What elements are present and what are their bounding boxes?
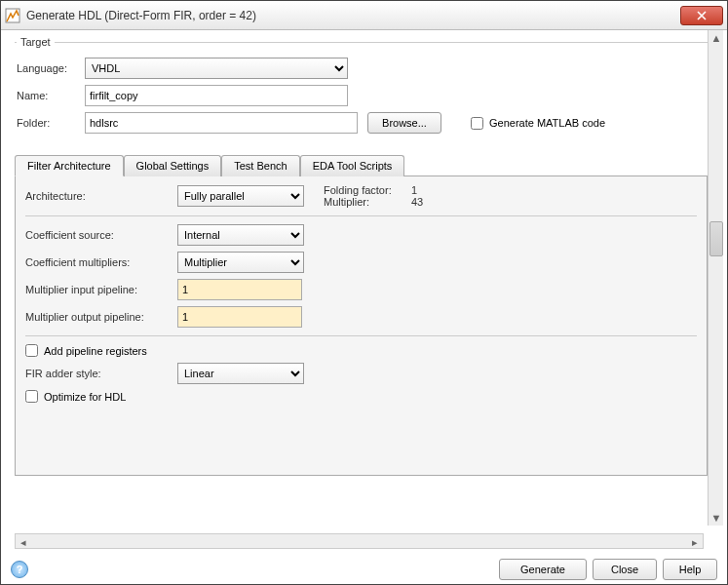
window-title: Generate HDL (Direct-Form FIR, order = 4… — [26, 9, 680, 22]
coeff-multipliers-select[interactable]: Multiplier — [177, 252, 304, 273]
generate-matlab-checkbox[interactable] — [471, 117, 483, 130]
coeff-multipliers-label: Coefficient multipliers: — [25, 256, 177, 268]
architecture-select[interactable]: Fully parallel — [177, 185, 304, 207]
close-button[interactable]: Close — [593, 559, 657, 580]
tab-global-settings[interactable]: Global Settings — [124, 155, 222, 176]
name-label: Name: — [17, 90, 85, 101]
browse-button[interactable]: Browse... — [367, 112, 441, 134]
generate-button[interactable]: Generate — [499, 559, 587, 580]
language-select[interactable]: VHDL — [85, 58, 348, 79]
add-pipeline-registers-label: Add pipeline registers — [44, 345, 147, 357]
mult-input-pipeline-label: Multiplier input pipeline: — [25, 284, 177, 295]
help-button[interactable]: Help — [663, 559, 717, 580]
scroll-down-arrow-icon[interactable]: ▼ — [709, 510, 724, 526]
target-legend: Target — [17, 36, 55, 48]
architecture-label: Architecture: — [25, 190, 177, 202]
mult-output-pipeline-input[interactable] — [177, 306, 302, 328]
add-pipeline-registers-checkbox[interactable] — [25, 344, 38, 357]
multiplier-count-label: Multiplier: — [324, 196, 411, 208]
tab-bar: Filter Architecture Global Settings Test… — [15, 155, 708, 176]
horizontal-scrollbar[interactable]: ◂ ▸ — [15, 533, 704, 549]
optimize-for-hdl-checkbox[interactable] — [25, 390, 38, 403]
scroll-thumb[interactable] — [709, 221, 723, 256]
scroll-track[interactable] — [709, 46, 723, 510]
separator — [25, 215, 697, 216]
fir-adder-style-select[interactable]: Linear — [177, 363, 304, 384]
help-icon[interactable]: ? — [11, 561, 28, 578]
language-label: Language: — [17, 62, 85, 74]
fir-adder-style-label: FIR adder style: — [25, 368, 177, 379]
tab-test-bench[interactable]: Test Bench — [221, 155, 299, 176]
scroll-right-arrow-icon[interactable]: ▸ — [687, 534, 703, 550]
title-bar: Generate HDL (Direct-Form FIR, order = 4… — [1, 1, 727, 30]
target-group: Target Language: VHDL Name: Folder: Brow… — [15, 36, 708, 143]
coeff-source-label: Coefficient source: — [25, 229, 177, 241]
scroll-left-arrow-icon[interactable]: ◂ — [16, 534, 31, 550]
tab-eda-tool-scripts[interactable]: EDA Tool Scripts — [300, 155, 405, 176]
tab-group: Filter Architecture Global Settings Test… — [15, 155, 708, 476]
close-icon — [697, 11, 707, 20]
tab-filter-architecture[interactable]: Filter Architecture — [15, 155, 124, 176]
tab-panel-filter-architecture: Architecture: Fully parallel Folding fac… — [15, 176, 708, 476]
separator — [25, 335, 697, 336]
dialog-body: Target Language: VHDL Name: Folder: Brow… — [1, 30, 727, 555]
folder-input[interactable] — [85, 112, 358, 134]
app-icon — [5, 8, 20, 23]
generate-matlab-label: Generate MATLAB code — [489, 117, 605, 129]
multiplier-count-value: 43 — [411, 196, 423, 208]
coeff-source-select[interactable]: Internal — [177, 224, 304, 246]
scroll-up-arrow-icon[interactable]: ▲ — [709, 30, 724, 46]
name-input[interactable] — [85, 85, 348, 106]
optimize-for-hdl-label: Optimize for HDL — [44, 391, 126, 403]
mult-input-pipeline-input[interactable] — [177, 279, 302, 300]
footer-bar: ? Generate Close Help — [1, 555, 727, 584]
close-window-button[interactable] — [680, 6, 723, 25]
folding-factor-label: Folding factor: — [324, 184, 411, 196]
folding-factor-value: 1 — [411, 184, 417, 196]
vertical-scrollbar[interactable]: ▲ ▼ — [708, 30, 723, 526]
folder-label: Folder: — [17, 117, 85, 129]
mult-output-pipeline-label: Multiplier output pipeline: — [25, 311, 177, 323]
